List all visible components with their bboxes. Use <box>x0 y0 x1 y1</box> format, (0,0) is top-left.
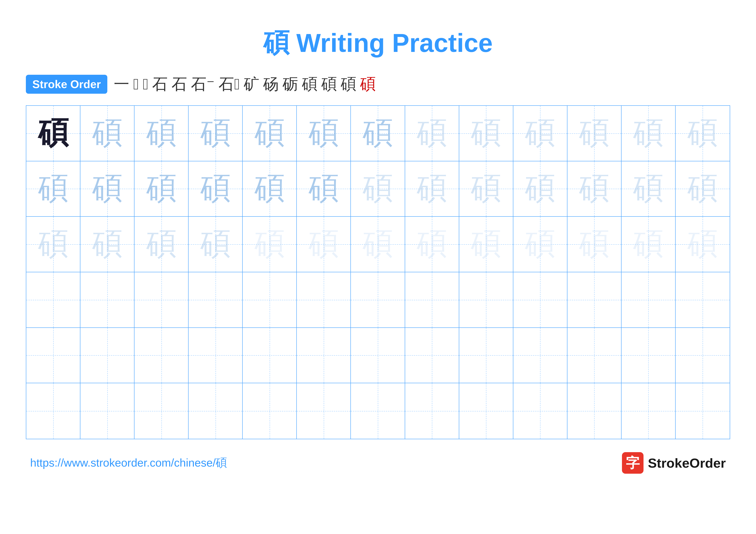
grid-cell <box>351 272 405 327</box>
practice-char: 碩 <box>633 229 663 259</box>
grid-cell <box>405 328 459 383</box>
grid-cell <box>459 328 513 383</box>
grid-cell: 碩 <box>243 106 297 161</box>
grid-cell <box>297 383 351 439</box>
grid-row: 碩碩碩碩碩碩碩碩碩碩碩碩碩 <box>26 161 730 217</box>
grid-cell: 碩 <box>134 161 189 216</box>
grid-cell <box>567 328 622 383</box>
grid-cell: 碩 <box>80 161 134 216</box>
grid-cell: 碩 <box>676 161 730 216</box>
grid-cell <box>80 272 134 327</box>
grid-cell: 碩 <box>459 217 513 272</box>
grid-cell <box>134 383 189 439</box>
footer-url: https://www.strokeorder.com/chinese/碩 <box>30 455 227 470</box>
grid-row: 碩碩碩碩碩碩碩碩碩碩碩碩碩 <box>26 106 730 161</box>
grid-cell: 碩 <box>567 217 622 272</box>
grid-cell <box>26 383 80 439</box>
grid-cell: 碩 <box>405 106 459 161</box>
practice-char: 碩 <box>38 174 68 204</box>
grid-cell <box>351 383 405 439</box>
practice-char: 碩 <box>579 118 609 148</box>
practice-char: 碩 <box>525 174 555 204</box>
stroke-order-badge: Stroke Order <box>26 75 107 94</box>
grid-cell: 碩 <box>405 161 459 216</box>
grid-cell <box>189 383 243 439</box>
practice-char: 碩 <box>633 174 663 204</box>
grid-row: 碩碩碩碩碩碩碩碩碩碩碩碩碩 <box>26 217 730 272</box>
grid-cell <box>134 272 189 327</box>
stroke-order-row: Stroke Order 一 𠃍 𠃌 石 石 石⁻ 石𠃊 矿 砀 砺 碩 碩 碩… <box>26 74 730 94</box>
practice-char: 碩 <box>471 174 501 204</box>
stroke-6: 石⁻ <box>191 74 215 94</box>
grid-cell: 碩 <box>297 161 351 216</box>
grid-cell: 碩 <box>134 217 189 272</box>
grid-cell <box>622 328 676 383</box>
stroke-8: 矿 <box>244 74 259 94</box>
grid-row <box>26 272 730 328</box>
grid-cell: 碩 <box>297 106 351 161</box>
practice-char: 碩 <box>201 174 230 204</box>
footer-logo: 字 StrokeOrder <box>622 452 726 474</box>
grid-cell: 碩 <box>622 217 676 272</box>
grid-cell: 碩 <box>26 161 80 216</box>
grid-cell: 碩 <box>567 106 622 161</box>
grid-cell <box>351 328 405 383</box>
practice-char: 碩 <box>688 174 717 204</box>
stroke-1: 一 <box>114 74 129 94</box>
practice-char: 碩 <box>525 229 555 259</box>
practice-char: 碩 <box>146 229 176 259</box>
practice-char: 碩 <box>92 118 122 148</box>
grid-cell: 碩 <box>567 161 622 216</box>
practice-char: 碩 <box>38 229 68 259</box>
stroke-4: 石 <box>152 74 168 94</box>
grid-cell <box>405 272 459 327</box>
practice-char: 碩 <box>309 174 339 204</box>
practice-char: 碩 <box>255 174 285 204</box>
practice-char: 碩 <box>471 229 501 259</box>
stroke-14: 碩 <box>360 74 376 94</box>
grid-cell <box>243 272 297 327</box>
grid-cell: 碩 <box>351 106 405 161</box>
stroke-5: 石 <box>172 74 187 94</box>
grid-cell <box>567 272 622 327</box>
grid-cell: 碩 <box>459 106 513 161</box>
grid-cell <box>243 383 297 439</box>
grid-cell: 碩 <box>26 217 80 272</box>
practice-char: 碩 <box>363 229 393 259</box>
grid-cell <box>676 328 730 383</box>
practice-char: 碩 <box>309 229 339 259</box>
practice-char: 碩 <box>525 118 555 148</box>
grid-cell <box>243 328 297 383</box>
stroke-11: 碩 <box>302 74 317 94</box>
stroke-10: 砺 <box>283 74 298 94</box>
grid-cell <box>459 383 513 439</box>
grid-cell: 碩 <box>676 106 730 161</box>
grid-cell <box>405 383 459 439</box>
practice-char: 碩 <box>92 174 122 204</box>
practice-char: 碩 <box>201 118 230 148</box>
practice-char: 碩 <box>146 118 176 148</box>
grid-cell: 碩 <box>513 217 567 272</box>
grid-cell: 碩 <box>513 161 567 216</box>
grid-cell <box>513 383 567 439</box>
stroke-7: 石𠃊 <box>219 74 240 94</box>
grid-cell: 碩 <box>80 106 134 161</box>
grid-cell <box>567 383 622 439</box>
grid-cell: 碩 <box>676 217 730 272</box>
grid-cell: 碩 <box>134 106 189 161</box>
practice-char: 碩 <box>633 118 663 148</box>
grid-cell <box>513 272 567 327</box>
stroke-3: 𠃌 <box>143 75 148 93</box>
grid-cell <box>80 383 134 439</box>
practice-char: 碩 <box>255 118 285 148</box>
practice-char: 碩 <box>38 118 68 148</box>
practice-char: 碩 <box>688 229 717 259</box>
grid-cell <box>676 272 730 327</box>
practice-char: 碩 <box>579 229 609 259</box>
stroke-13: 碩 <box>341 74 356 94</box>
grid-cell <box>513 328 567 383</box>
grid-cell <box>622 383 676 439</box>
practice-char: 碩 <box>417 229 447 259</box>
page: 碩 Writing Practice Stroke Order 一 𠃍 𠃌 石 … <box>0 0 756 534</box>
grid-cell <box>622 272 676 327</box>
